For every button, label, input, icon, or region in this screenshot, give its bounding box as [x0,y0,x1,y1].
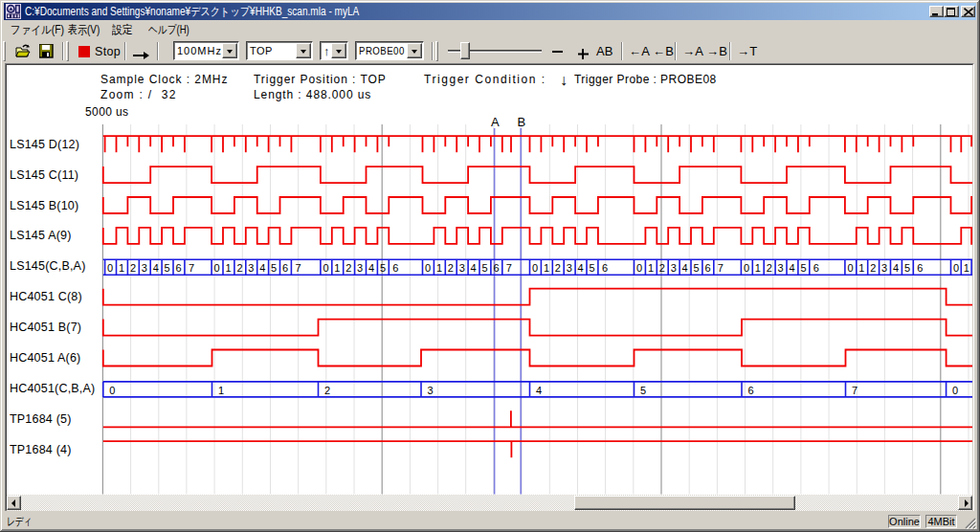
svg-text:4: 4 [893,262,899,274]
svg-text:5: 5 [271,262,277,274]
svg-text:7: 7 [295,262,301,274]
svg-text:2: 2 [324,385,330,396]
svg-text:0: 0 [952,385,958,396]
svg-text:5: 5 [640,385,646,396]
svg-text:LS145(C,B,A): LS145(C,B,A) [10,259,86,273]
svg-text:0: 0 [323,262,328,274]
svg-text:6: 6 [748,385,754,396]
svg-text:6: 6 [602,262,608,274]
svg-text:↓: ↓ [560,72,568,88]
svg-text:7: 7 [852,385,858,396]
svg-text:LS145 C(11): LS145 C(11) [10,168,78,182]
svg-text:4: 4 [153,262,159,274]
svg-text:5: 5 [482,262,488,274]
svg-text:Trigger Condition :: Trigger Condition : [424,73,546,86]
svg-text:HC4051 B(7): HC4051 B(7) [10,321,81,334]
svg-text:1: 1 [119,262,124,274]
svg-text:1: 1 [334,262,340,274]
svg-text:LS145 A(9): LS145 A(9) [10,229,72,242]
svg-text:Trigger Position : TOP: Trigger Position : TOP [254,73,387,86]
svg-text:7: 7 [189,262,194,274]
svg-text:1: 1 [226,262,232,274]
svg-text:1: 1 [544,262,549,274]
svg-text:7: 7 [506,262,512,274]
svg-text:0: 0 [532,262,538,274]
svg-text:0: 0 [107,262,113,274]
svg-text:4: 4 [790,262,795,274]
svg-text:4: 4 [536,385,542,396]
svg-text:3: 3 [567,262,572,274]
svg-text:4: 4 [368,262,374,274]
svg-text:4: 4 [471,262,477,274]
svg-text:1: 1 [858,262,864,274]
svg-text:5: 5 [165,262,170,274]
svg-text:5: 5 [800,262,806,274]
svg-text:6: 6 [917,262,923,274]
svg-text:1: 1 [964,262,969,274]
svg-text:Sample Clock : 2MHz: Sample Clock : 2MHz [100,73,228,86]
svg-text:0: 0 [953,262,959,274]
svg-text:0: 0 [214,262,220,274]
svg-text:3: 3 [459,262,465,274]
svg-text:0: 0 [636,262,642,274]
svg-text:B: B [518,115,526,129]
svg-text:6: 6 [392,262,398,274]
svg-text:5: 5 [694,262,700,274]
svg-text:5000 us: 5000 us [85,105,129,119]
svg-text:6: 6 [813,262,819,274]
svg-text:A: A [491,115,500,129]
svg-text:Zoom : / 32: Zoom : / 32 [100,88,177,101]
svg-text:6: 6 [176,262,182,274]
svg-text:4: 4 [682,262,688,274]
svg-text:3: 3 [142,262,147,274]
svg-text:HC4051(C,B,A): HC4051(C,B,A) [10,382,95,395]
svg-text:5: 5 [380,262,386,274]
svg-text:2: 2 [767,262,772,274]
svg-text:3: 3 [881,262,887,274]
svg-text:6: 6 [493,262,499,274]
svg-text:6: 6 [282,262,288,274]
svg-text:3: 3 [357,262,363,274]
svg-text:5: 5 [590,262,595,274]
svg-text:3: 3 [428,385,434,396]
svg-text:2: 2 [345,262,351,274]
svg-text:2: 2 [130,262,136,274]
svg-text:1: 1 [755,262,761,274]
svg-text:0: 0 [744,262,749,274]
svg-text:2: 2 [555,262,561,274]
svg-text:2: 2 [448,262,454,274]
svg-text:3: 3 [248,262,254,274]
svg-text:Length : 488.000 us: Length : 488.000 us [254,88,371,101]
svg-text:4: 4 [259,262,265,274]
svg-text:1: 1 [218,385,224,396]
svg-text:HC4051 A(6): HC4051 A(6) [10,351,80,365]
svg-text:Trigger Probe : PROBE08: Trigger Probe : PROBE08 [574,73,717,86]
svg-text:1: 1 [436,262,442,274]
svg-text:HC4051 C(8): HC4051 C(8) [10,290,82,303]
svg-text:6: 6 [704,262,710,274]
svg-text:2: 2 [236,262,242,274]
svg-text:0: 0 [847,262,853,274]
svg-text:3: 3 [778,262,784,274]
svg-text:TP1684 (4): TP1684 (4) [10,443,72,456]
svg-text:2: 2 [659,262,665,274]
svg-text:3: 3 [671,262,677,274]
svg-text:5: 5 [904,262,910,274]
svg-text:LS145 D(12): LS145 D(12) [10,138,79,151]
svg-text:4: 4 [578,262,584,274]
svg-text:1: 1 [648,262,654,274]
svg-text:LS145 B(10): LS145 B(10) [10,199,78,212]
svg-text:TP1684 (5): TP1684 (5) [10,412,72,426]
svg-text:0: 0 [425,262,431,274]
svg-text:2: 2 [870,262,876,274]
svg-text:7: 7 [718,262,724,274]
svg-text:0: 0 [109,385,115,396]
